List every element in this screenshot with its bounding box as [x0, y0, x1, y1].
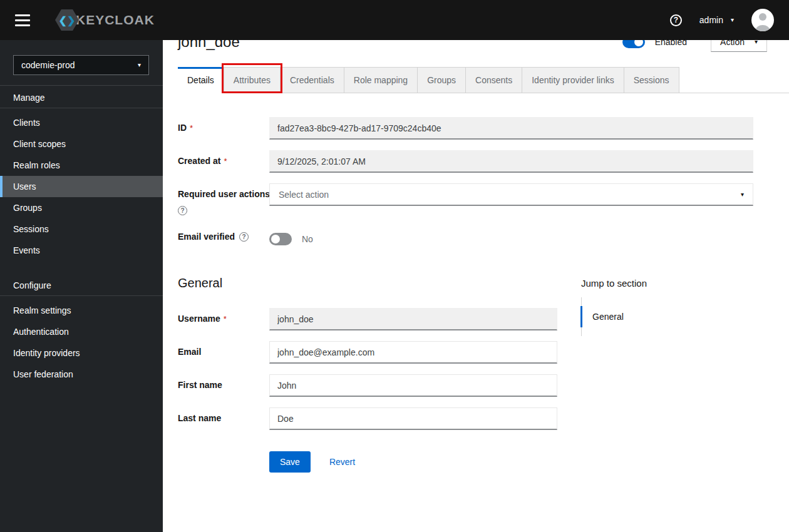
- tab-details[interactable]: Details: [178, 67, 224, 93]
- email-field-wrap: [269, 341, 557, 364]
- nav-section-gap: [0, 261, 163, 274]
- realm-selector-value: codemie-prod: [21, 60, 75, 70]
- nav-list-manage: Clients Client scopes Realm roles Users …: [0, 108, 163, 261]
- first-name-label: First name: [178, 374, 269, 397]
- label-help-wrap: ?: [178, 205, 269, 215]
- keycloak-logo: ❮ ❯ KEYCLOAK: [55, 9, 155, 31]
- revert-link[interactable]: Revert: [329, 457, 355, 467]
- jump-to-section-list: General: [581, 297, 647, 336]
- form-row-id: ID*: [178, 117, 753, 140]
- sidebar-item-realm-settings[interactable]: Realm settings: [0, 300, 163, 321]
- required-user-actions-label: Required user actions ?: [178, 183, 269, 215]
- required-user-actions-label-text: Required user actions: [178, 189, 270, 199]
- sidebar-item-realm-roles[interactable]: Realm roles: [0, 155, 163, 176]
- email-verified-toggle[interactable]: [269, 233, 292, 245]
- user-menu[interactable]: admin ▾: [699, 15, 734, 25]
- first-name-field[interactable]: [269, 374, 557, 397]
- tab-credentials[interactable]: Credentials: [280, 67, 344, 93]
- avatar-person-icon: [759, 13, 766, 21]
- sidebar-item-identity-providers[interactable]: Identity providers: [0, 342, 163, 364]
- form-row-email: Email: [178, 341, 557, 364]
- masthead: ❮ ❯ KEYCLOAK ? admin ▾: [0, 0, 789, 40]
- jump-to-section-nav: Jump to section General: [581, 276, 647, 488]
- tab-attributes[interactable]: Attributes: [224, 67, 280, 93]
- hamburger-menu-icon[interactable]: [15, 14, 30, 26]
- jump-item-general[interactable]: General: [580, 306, 647, 327]
- form-row-username: Username*: [178, 308, 557, 330]
- sidebar-item-events[interactable]: Events: [0, 240, 163, 261]
- select-placeholder: Select action: [279, 190, 329, 200]
- required-user-actions-field-wrap: Select action ▾: [269, 183, 753, 215]
- general-section: General Username* Email Firs: [178, 276, 557, 488]
- jump-to-section-title: Jump to section: [581, 278, 647, 289]
- email-verified-label: Email verified ?: [178, 226, 269, 248]
- user-menu-label: admin: [699, 15, 723, 25]
- realm-selector[interactable]: codemie-prod ▾: [13, 55, 149, 75]
- sidebar-item-client-scopes[interactable]: Client scopes: [0, 133, 163, 155]
- general-section-heading: General: [178, 276, 557, 290]
- tab-consents[interactable]: Consents: [465, 67, 522, 93]
- tab-role-mapping[interactable]: Role mapping: [344, 67, 417, 93]
- form-row-required-user-actions: Required user actions ? Select action ▾: [178, 183, 753, 215]
- username-field[interactable]: [269, 308, 557, 330]
- tab-identity-provider-links[interactable]: Identity provider links: [522, 67, 624, 93]
- id-label-text: ID: [178, 123, 187, 133]
- sidebar-item-sessions[interactable]: Sessions: [0, 218, 163, 240]
- help-question-icon[interactable]: ?: [239, 232, 249, 242]
- first-name-field-wrap: [269, 374, 557, 397]
- username-label: Username*: [178, 308, 269, 330]
- masthead-right: ? admin ▾: [670, 9, 774, 31]
- chevron-down-icon: ▾: [731, 17, 734, 23]
- required-user-actions-select[interactable]: Select action ▾: [269, 183, 753, 206]
- logo-left-bracket-icon: ❮: [59, 14, 67, 26]
- sidebar-item-authentication[interactable]: Authentication: [0, 321, 163, 342]
- created-at-label-text: Created at: [178, 156, 220, 166]
- avatar-person-icon: [756, 25, 770, 31]
- lower-section: General Username* Email Firs: [178, 276, 753, 488]
- created-at-label: Created at*: [178, 150, 269, 173]
- required-marker: *: [190, 123, 193, 133]
- id-field[interactable]: [269, 117, 753, 140]
- sidebar: codemie-prod ▾ Manage Clients Client sco…: [0, 40, 163, 532]
- chevron-down-icon: ▾: [138, 62, 141, 68]
- email-field[interactable]: [269, 341, 557, 364]
- toggle-knob: [271, 235, 280, 243]
- sidebar-item-users[interactable]: Users: [0, 176, 163, 197]
- logo-right-bracket-icon: ❯: [67, 14, 75, 26]
- nav-section-title-configure: Configure: [0, 274, 163, 295]
- created-at-field[interactable]: [269, 150, 753, 173]
- form-row-last-name: Last name: [178, 407, 557, 430]
- tab-attributes-label: Attributes: [234, 75, 271, 85]
- tab-sessions[interactable]: Sessions: [624, 67, 679, 93]
- email-verified-field-wrap: No: [269, 226, 753, 248]
- tab-groups[interactable]: Groups: [417, 67, 465, 93]
- id-field-wrap: [269, 117, 753, 140]
- last-name-field[interactable]: [269, 407, 557, 430]
- tab-bar: Details Attributes Credentials Role mapp…: [178, 67, 789, 93]
- form-row-first-name: First name: [178, 374, 557, 397]
- avatar[interactable]: [751, 9, 774, 31]
- nav-list-configure: Realm settings Authentication Identity p…: [0, 296, 163, 385]
- help-icon[interactable]: ?: [670, 14, 682, 26]
- email-verified-label-text: Email verified: [178, 232, 235, 242]
- brand-name: KEYCLOAK: [76, 13, 155, 28]
- username-label-text: Username: [178, 314, 220, 324]
- last-name-field-wrap: [269, 407, 557, 430]
- help-question-icon[interactable]: ?: [178, 206, 187, 215]
- created-at-field-wrap: [269, 150, 753, 173]
- sidebar-item-groups[interactable]: Groups: [0, 197, 163, 218]
- email-verified-label-inline: Email verified ?: [178, 232, 269, 242]
- username-field-wrap: [269, 308, 557, 330]
- save-button[interactable]: Save: [269, 451, 311, 473]
- main-content: Users › User details john_doe Enabled Ac…: [163, 0, 789, 488]
- email-label: Email: [178, 341, 269, 364]
- required-marker: *: [224, 314, 227, 324]
- email-verified-state-label: No: [302, 234, 313, 244]
- form-actions: Save Revert: [269, 451, 557, 488]
- sidebar-item-user-federation[interactable]: User federation: [0, 364, 163, 385]
- form-row-email-verified: Email verified ? No: [178, 226, 753, 248]
- chevron-down-icon: ▾: [741, 192, 744, 198]
- sidebar-item-clients[interactable]: Clients: [0, 112, 163, 133]
- required-marker: *: [224, 156, 227, 166]
- last-name-label: Last name: [178, 407, 269, 430]
